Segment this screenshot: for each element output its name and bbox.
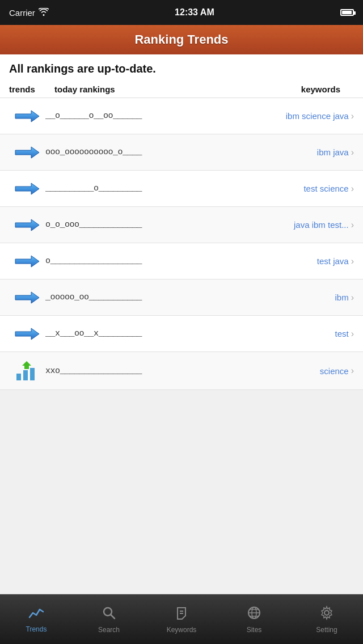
trend-keyword-label: science <box>320 366 349 376</box>
page-title: Ranking Trends <box>134 32 228 47</box>
list-item[interactable]: o___________________ test java › <box>0 243 363 279</box>
trend-ranking-value: __________o_________ <box>45 184 258 193</box>
svg-point-12 <box>324 611 329 615</box>
svg-rect-0 <box>16 374 21 380</box>
trend-ranking-value: _ooooo_oo___________ <box>45 293 258 302</box>
col-header-trends: trends <box>9 84 54 94</box>
sites-tab-icon <box>247 605 261 624</box>
trend-arrow-icon <box>9 253 45 269</box>
status-left: Carrier <box>9 8 49 18</box>
trend-keywords-cell[interactable]: java ibm test... › <box>258 220 354 230</box>
chevron-right-icon: › <box>351 184 354 194</box>
trend-arrow-icon <box>9 217 45 233</box>
tab-search[interactable]: Search <box>73 595 145 644</box>
trend-keywords-cell[interactable]: ibm java › <box>258 147 354 158</box>
chevron-right-icon: › <box>351 220 354 230</box>
trend-keyword-label: ibm java <box>317 147 349 157</box>
keywords-tab-icon <box>174 605 189 624</box>
trend-ranking-value: __x___oo__x_________ <box>45 329 258 338</box>
list-item[interactable]: xxo_________________ science › <box>0 352 363 390</box>
trend-arrow-icon <box>9 145 45 160</box>
trend-keywords-cell[interactable]: test science › <box>258 184 354 194</box>
list-item[interactable]: ooo_oooooooooo_o____ ibm java › <box>0 134 363 171</box>
tab-setting[interactable]: Setting <box>290 595 363 644</box>
status-time: 12:33 AM <box>175 7 214 18</box>
wifi-icon <box>39 8 49 18</box>
list-item[interactable]: __x___oo__x_________ test › <box>0 316 363 352</box>
trend-arrow-icon <box>9 181 45 197</box>
tab-keywords[interactable]: Keywords <box>145 595 218 644</box>
trends-tab-label: Trends <box>26 625 47 633</box>
list-item[interactable]: _ooooo_oo___________ ibm › <box>0 279 363 316</box>
trend-arrow-icon <box>9 108 45 124</box>
svg-rect-2 <box>30 368 35 380</box>
chevron-right-icon: › <box>351 111 354 121</box>
tab-sites[interactable]: Sites <box>218 595 290 644</box>
list-item[interactable]: o_o_ooo_____________ java ibm test... › <box>0 207 363 243</box>
chevron-right-icon: › <box>351 329 354 339</box>
search-tab-icon <box>102 605 116 624</box>
search-tab-label: Search <box>98 626 120 634</box>
list-item[interactable]: __o______o__oo______ ibm science java › <box>0 98 363 134</box>
trend-ranking-value: __o______o__oo______ <box>45 111 258 121</box>
status-bar: Carrier 12:33 AM <box>0 0 363 25</box>
trend-ranking-value: o_o_ooo_____________ <box>45 220 258 230</box>
list-item[interactable]: __________o_________ test science › <box>0 171 363 207</box>
trend-keyword-label: test science <box>303 184 348 193</box>
tab-bar: Trends Search Keywords Sites Setting <box>0 594 363 644</box>
chevron-right-icon: › <box>351 147 354 158</box>
trend-keyword-label: java ibm test... <box>294 220 349 230</box>
content-area: All rankings are up-to-date. trends toda… <box>0 54 363 390</box>
sites-tab-label: Sites <box>247 626 262 634</box>
trends-list: __o______o__oo______ ibm science java › <box>0 98 363 390</box>
trend-keywords-cell[interactable]: ibm › <box>258 293 354 303</box>
chevron-right-icon: › <box>351 293 354 303</box>
trend-keywords-cell[interactable]: ibm science java › <box>258 111 354 121</box>
column-headers: trends today rankings keywords <box>0 81 363 98</box>
trend-arrow-icon <box>9 326 45 342</box>
col-header-rankings: today rankings <box>54 84 263 94</box>
app-header: Ranking Trends <box>0 25 363 54</box>
setting-tab-icon <box>319 605 334 624</box>
svg-line-4 <box>111 615 115 618</box>
tab-trends[interactable]: Trends <box>0 595 73 644</box>
trend-keywords-cell[interactable]: test › <box>258 329 354 339</box>
status-message: All rankings are up-to-date. <box>0 54 363 81</box>
keywords-tab-label: Keywords <box>167 626 197 634</box>
trends-tab-icon <box>28 606 44 623</box>
trend-ranking-value: o___________________ <box>45 256 258 266</box>
carrier-label: Carrier <box>9 8 35 18</box>
trend-keyword-label: ibm <box>335 293 349 302</box>
chevron-right-icon: › <box>351 366 354 376</box>
trend-arrow-icon <box>9 290 45 306</box>
svg-rect-1 <box>23 370 28 380</box>
status-right <box>340 9 354 16</box>
trend-ranking-value: xxo_________________ <box>45 366 258 376</box>
chevron-right-icon: › <box>351 256 354 266</box>
trend-ranking-value: ooo_oooooooooo_o____ <box>45 147 258 157</box>
battery-icon <box>340 9 354 16</box>
trend-keyword-label: test java <box>317 256 349 266</box>
trend-keywords-cell[interactable]: science › <box>258 366 354 376</box>
setting-tab-label: Setting <box>316 626 337 634</box>
col-header-keywords: keywords <box>263 84 354 94</box>
trend-chart-icon <box>9 358 45 384</box>
trend-keyword-label: test <box>335 329 348 338</box>
trend-keywords-cell[interactable]: test java › <box>258 256 354 266</box>
trend-keyword-label: ibm science java <box>286 111 349 121</box>
